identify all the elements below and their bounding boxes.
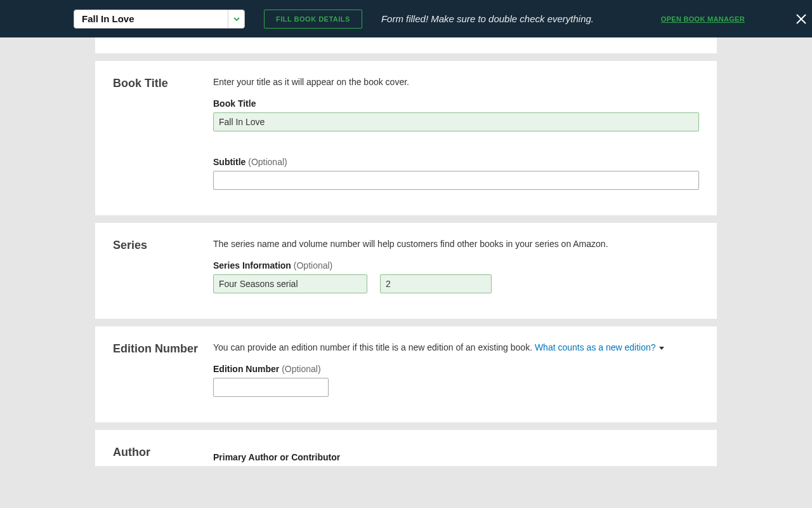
series-info-label: Series Information (Optional) bbox=[213, 260, 699, 271]
section-author: Author Primary Author or Contributor bbox=[95, 430, 717, 466]
edition-description: You can provide an edition number if thi… bbox=[213, 342, 699, 352]
subtitle-optional-text: (Optional) bbox=[248, 157, 287, 167]
series-number-input[interactable] bbox=[380, 274, 492, 293]
section-heading-edition: Edition Number bbox=[113, 342, 213, 356]
subtitle-input[interactable] bbox=[213, 171, 699, 190]
close-icon[interactable] bbox=[794, 12, 808, 26]
edition-desc-text: You can provide an edition number if thi… bbox=[213, 342, 535, 352]
caret-down-icon bbox=[659, 347, 664, 350]
series-name-input[interactable] bbox=[213, 274, 367, 293]
series-info-optional-text: (Optional) bbox=[294, 260, 332, 271]
section-heading-series: Series bbox=[113, 239, 213, 252]
top-toolbar: Fall In Love FILL BOOK DETAILS Form fill… bbox=[0, 0, 812, 37]
page-body: Book Title Enter your title as it will a… bbox=[0, 37, 812, 466]
status-message: Form filled! Make sure to double check e… bbox=[381, 13, 594, 24]
book-title-description: Enter your title as it will appear on th… bbox=[213, 77, 699, 87]
edition-optional-text: (Optional) bbox=[282, 364, 320, 374]
edition-number-label: Edition Number (Optional) bbox=[213, 364, 699, 374]
chevron-down-icon bbox=[228, 10, 244, 28]
book-select-dropdown[interactable]: Fall In Love bbox=[74, 10, 245, 29]
section-edition-number: Edition Number You can provide an editio… bbox=[95, 326, 717, 422]
new-edition-help-link[interactable]: What counts as a new edition? bbox=[535, 342, 656, 352]
section-heading-author: Author bbox=[113, 446, 213, 459]
subtitle-label-text: Subtitle bbox=[213, 157, 246, 167]
book-select-value: Fall In Love bbox=[74, 10, 228, 28]
book-title-label: Book Title bbox=[213, 98, 699, 109]
primary-author-label: Primary Author or Contributor bbox=[213, 452, 699, 462]
fill-book-details-button[interactable]: FILL BOOK DETAILS bbox=[264, 10, 362, 29]
edition-number-input[interactable] bbox=[213, 378, 329, 397]
section-series: Series The series name and volume number… bbox=[95, 223, 717, 319]
book-title-input[interactable] bbox=[213, 112, 699, 131]
subtitle-label: Subtitle (Optional) bbox=[213, 157, 699, 167]
series-description: The series name and volume number will h… bbox=[213, 239, 699, 249]
section-book-title: Book Title Enter your title as it will a… bbox=[95, 61, 717, 215]
open-book-manager-link[interactable]: OPEN BOOK MANAGER bbox=[661, 15, 745, 23]
edition-label-text: Edition Number bbox=[213, 364, 279, 374]
series-info-label-text: Series Information bbox=[213, 260, 291, 271]
section-heading-book-title: Book Title bbox=[113, 77, 213, 90]
previous-card-slice bbox=[95, 37, 717, 53]
